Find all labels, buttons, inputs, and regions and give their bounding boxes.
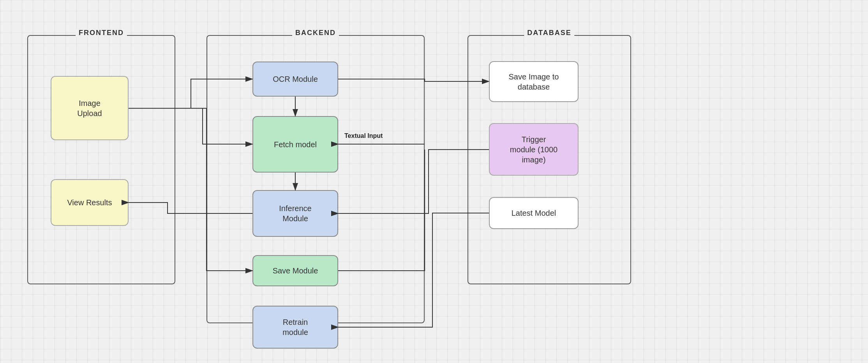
save-module-label: Save Module	[273, 266, 318, 276]
inference-module-label: InferenceModule	[279, 203, 311, 224]
ocr-module-label: OCR Module	[273, 74, 318, 84]
textual-input-label: Textual Input	[344, 132, 383, 139]
latest-model-label: Latest Model	[512, 208, 556, 218]
backend-label: BACKEND	[292, 29, 339, 37]
image-upload-label: ImageUpload	[77, 98, 102, 118]
fetch-model-module: Fetch model	[252, 116, 338, 173]
save-module: Save Module	[252, 255, 338, 286]
database-label: DATABASE	[524, 29, 574, 37]
trigger-module: Triggermodule (1000image)	[489, 123, 579, 176]
diagram-container: FRONTEND BACKEND DATABASE ImageUpload Vi…	[0, 0, 868, 363]
retrain-module: Retrainmodule	[252, 306, 338, 349]
view-results-label: View Results	[67, 197, 112, 208]
save-image-db-label: Save Image todatabase	[509, 72, 559, 92]
ocr-module: OCR Module	[252, 62, 338, 97]
view-results-module: View Results	[51, 179, 129, 226]
save-image-db-module: Save Image todatabase	[489, 61, 579, 102]
fetch-model-label: Fetch model	[274, 139, 317, 150]
latest-model-module: Latest Model	[489, 197, 579, 229]
frontend-section: FRONTEND	[27, 35, 175, 284]
trigger-module-label: Triggermodule (1000image)	[510, 134, 557, 165]
frontend-label: FRONTEND	[76, 29, 127, 37]
inference-module: InferenceModule	[252, 190, 338, 237]
image-upload-module: ImageUpload	[51, 76, 129, 140]
retrain-module-label: Retrainmodule	[282, 317, 308, 337]
